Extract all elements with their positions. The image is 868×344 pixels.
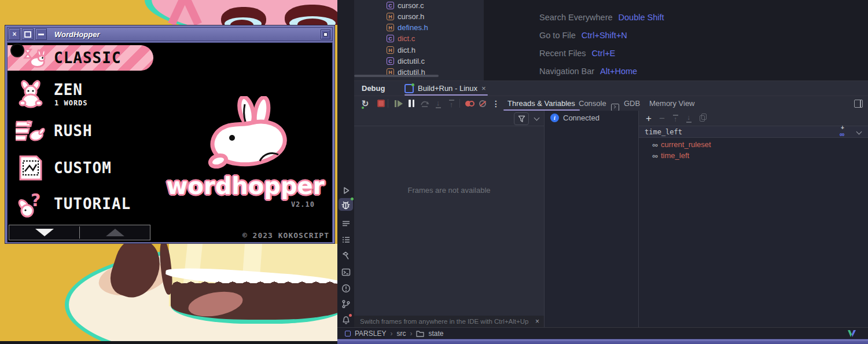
- hint-text: Switch frames from anywhere in the IDE w…: [360, 318, 531, 325]
- terminal-tool-icon[interactable]: [340, 266, 352, 278]
- toolbar-separator: [388, 99, 388, 108]
- tab-gdb[interactable]: GDB: [624, 96, 640, 111]
- tree-file-row[interactable]: Ccursor.c: [354, 0, 484, 11]
- window-titlebar[interactable]: × WordHopper: [7, 27, 333, 41]
- pause-icon: [413, 100, 415, 107]
- shortcut-label: Navigation Bar: [539, 67, 594, 76]
- watch-icon: ∞: [652, 152, 658, 160]
- notifications-bell-icon[interactable]: [340, 314, 352, 326]
- step-over-button[interactable]: [420, 96, 430, 111]
- shortcut-keys: Ctrl+E: [592, 49, 616, 58]
- step-into-button[interactable]: ↓: [433, 96, 443, 111]
- structure-tool-icon[interactable]: [340, 217, 352, 229]
- file-name: cursor.c: [398, 1, 424, 10]
- pin-icon: [323, 32, 328, 36]
- menu-label: CLASSIC: [54, 49, 122, 67]
- menu-label: ZEN: [54, 81, 88, 98]
- svg-text:5: 5: [26, 119, 32, 130]
- menu-label: TUTORIAL: [54, 195, 131, 213]
- menu-item-zen[interactable]: ZEN 1 WORDS: [8, 79, 88, 109]
- menu-label: RUSH: [54, 122, 93, 140]
- filter-button[interactable]: [514, 112, 529, 125]
- build-tool-icon[interactable]: [340, 250, 352, 262]
- tree-file-row[interactable]: Hcursor.h: [354, 11, 484, 22]
- dismiss-hint-icon[interactable]: ×: [535, 318, 539, 325]
- git-tool-icon[interactable]: [340, 298, 352, 310]
- remove-watch-button[interactable]: −: [657, 111, 667, 126]
- more-actions-button[interactable]: ⋮: [491, 96, 501, 111]
- problems-tool-icon[interactable]: [340, 282, 352, 294]
- close-tab-icon[interactable]: ×: [481, 85, 486, 92]
- breadcrumb-src[interactable]: src: [396, 330, 406, 338]
- rerun-run-dot: [362, 107, 364, 109]
- connection-status-label: Connected: [563, 114, 599, 122]
- menu-item-rush[interactable]: 5 RUSH: [8, 116, 93, 146]
- resume-button[interactable]: [392, 96, 405, 111]
- add-to-watches-icon[interactable]: +∞: [839, 125, 849, 138]
- selection-marker: [10, 43, 24, 57]
- resume-icon-triangle: [398, 100, 403, 107]
- mute-breakpoints-button[interactable]: [464, 96, 476, 111]
- frames-hint-bar: Switch frames from anywhere in the IDE w…: [354, 316, 544, 327]
- watch-row[interactable]: ∞ time_left: [639, 150, 868, 161]
- game-screen: CLASSIC: [7, 42, 333, 243]
- c-file-icon: C: [387, 57, 394, 65]
- move-watch-down-button[interactable]: ↓: [683, 111, 694, 126]
- stop-button[interactable]: [376, 96, 386, 111]
- step-out-button[interactable]: ↑: [446, 96, 457, 111]
- layout-icon: [854, 100, 863, 108]
- debug-session-tab[interactable]: Build+Run - Linux ×: [404, 81, 486, 96]
- restore-button[interactable]: [22, 28, 34, 40]
- chevron-down-icon[interactable]: [856, 129, 862, 135]
- wordhopper-logo-bunny: [192, 96, 299, 171]
- svg-text:?: ?: [31, 190, 41, 210]
- tree-file-row[interactable]: Cdict.c: [354, 33, 484, 44]
- scroll-up-button[interactable]: [80, 225, 150, 240]
- watch-expression-input[interactable]: time_left +∞: [639, 126, 868, 138]
- watch-name: time_left: [661, 151, 689, 160]
- folder-icon: [416, 330, 424, 337]
- menu-item-classic[interactable]: CLASSIC: [8, 45, 153, 71]
- scroll-down-button[interactable]: [9, 225, 79, 240]
- move-watch-up-button[interactable]: ↑: [670, 111, 681, 126]
- tab-memory-view[interactable]: Memory View: [649, 96, 695, 111]
- breadcrumb-state[interactable]: state: [428, 330, 443, 338]
- move-down-bar: [686, 122, 692, 123]
- view-breakpoints-button[interactable]: [477, 96, 488, 111]
- tree-file-row[interactable]: Hdict.h: [354, 45, 484, 56]
- rerun-button[interactable]: ↻: [360, 96, 370, 111]
- project-icon: [345, 331, 351, 336]
- shortcut-label: Go to File: [539, 31, 576, 40]
- file-name: dict.c: [398, 34, 415, 43]
- debug-panel-header: Debug Build+Run - Linux ×: [354, 81, 868, 96]
- up-triangle-icon: [106, 229, 124, 236]
- pin-button[interactable]: [321, 30, 330, 39]
- close-icon: ×: [12, 31, 16, 38]
- frames-header: [354, 111, 544, 126]
- run-config-icon: [404, 84, 414, 93]
- wallpaper-art-bottom: [0, 244, 337, 344]
- layout-settings-button[interactable]: [853, 96, 863, 111]
- pause-button[interactable]: [406, 96, 417, 111]
- down-triangle-icon: [35, 229, 54, 236]
- chevron-down-icon[interactable]: [534, 115, 540, 121]
- watch-row[interactable]: ∞ current_ruleset: [639, 139, 868, 150]
- tab-console[interactable]: Console: [579, 96, 606, 111]
- tree-horizontal-scrollbar[interactable]: [354, 75, 439, 77]
- todo-list-tool-icon[interactable]: [340, 233, 352, 246]
- close-button[interactable]: ×: [9, 28, 20, 40]
- h-file-icon: H: [387, 24, 394, 31]
- copy-watch-button[interactable]: [697, 111, 707, 126]
- tree-file-row[interactable]: Cdictutil.c: [354, 56, 484, 67]
- menu-scroll-bar: [9, 225, 150, 240]
- menu-item-tutorial[interactable]: ? TUTORIAL: [8, 189, 131, 219]
- tree-file-row[interactable]: Hdefines.h: [354, 22, 484, 33]
- debug-tool-button[interactable]: [339, 198, 353, 211]
- breadcrumb-project[interactable]: PARSLEY: [355, 330, 386, 338]
- menu-item-custom[interactable]: CUSTOM: [8, 153, 112, 183]
- minimize-button[interactable]: [35, 28, 47, 40]
- v-logo-icon[interactable]: [847, 330, 856, 338]
- tab-threads-variables[interactable]: Threads & Variables: [507, 96, 575, 111]
- add-watch-button[interactable]: +: [643, 111, 654, 126]
- run-tool-icon[interactable]: [340, 184, 352, 196]
